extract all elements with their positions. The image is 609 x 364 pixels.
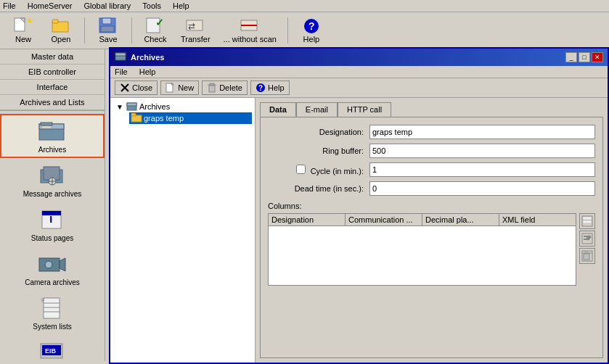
archives-icon [38,118,67,144]
menu-homeserver[interactable]: HomeServer [28,1,73,10]
tree-expand-icon[interactable]: ▼ [115,102,125,112]
new-icon: ★ [13,17,33,35]
tab-bar: Data E-mail HTTP call [260,102,603,117]
modal-help-btn[interactable]: ? Help [250,80,290,95]
open-icon [51,17,71,35]
sidebar-item-master-data[interactable]: Master data [0,49,105,65]
modal-maximize-button[interactable]: □ [579,52,590,62]
svg-rect-64 [585,252,588,253]
main-area: Master data EIB controller Interface Arc… [0,49,609,361]
delete-row-icon [581,250,593,262]
check-button[interactable]: ✓ Check [138,15,173,46]
svg-rect-45 [209,86,215,92]
tree-child-label: graps temp [144,114,184,123]
without-scan-button[interactable]: ... without scan [218,15,282,46]
delete-column-button[interactable] [579,248,595,264]
system-lists-label: System lists [33,323,71,331]
modal-close-button[interactable]: ✕ [592,52,603,62]
sidebar-nav-status-pages[interactable]: i Status pages [0,202,105,247]
transfer-icon: ⇄ [185,17,205,35]
menu-help[interactable]: Help [173,1,189,10]
sidebar-menu: Master data EIB controller Interface Arc… [0,49,105,111]
new-document-icon [165,83,176,93]
svg-rect-62 [584,254,589,260]
ring-buffer-input[interactable] [369,144,595,158]
edit-column-button[interactable] [579,231,595,247]
open-button[interactable]: Open [44,15,78,46]
dead-time-label: Dead time (in sec.): [268,184,369,193]
menu-global-library[interactable]: Global library [83,1,131,10]
columns-label: Columns: [268,202,595,210]
modal-titlebar: Archives _ □ ✕ [110,49,608,66]
form-row-ring-buffer: Ring buffer: [268,144,595,158]
modal-new-btn[interactable]: New [160,80,199,95]
dead-time-input[interactable] [369,181,595,196]
tree-child-item[interactable]: graps temp [129,112,252,124]
form-row-dead-time: Dead time (in sec.): [268,181,595,196]
ring-buffer-label: Ring buffer: [268,146,369,155]
columns-section: Columns: Designation Communication ... D… [268,202,595,286]
tab-content-data: Designation: Ring buffer: Cycl [260,117,603,358]
sidebar-item-interface[interactable]: Interface [0,80,105,95]
svg-text:?: ? [258,84,263,92]
tab-email[interactable]: E-mail [296,102,338,117]
sidebar-nav-message-archives[interactable]: Message archives [0,158,105,202]
svg-text:μ: μ [41,297,45,302]
modal-delete-btn[interactable]: Delete [202,80,248,95]
svg-rect-6 [102,18,111,24]
col-header-row: Designation Communication ... Decimal pl… [269,214,576,226]
new-button[interactable]: ★ New [6,15,41,46]
sidebar-item-archives-lists[interactable]: Archives and Lists [0,95,105,110]
help-button[interactable]: ? Help [294,15,329,46]
help-circle-icon: ? [256,83,266,93]
toolbar: ★ New Open Save ✓ [0,12,609,49]
help-icon: ? [301,17,322,35]
transfer-button[interactable]: ⇄ Transfer [176,15,216,46]
modal-menu-file[interactable]: File [115,67,128,76]
cycle-input[interactable] [369,162,595,177]
tab-data[interactable]: Data [260,102,296,117]
scan-icon [240,17,260,35]
cycle-checkbox[interactable] [296,165,306,174]
columns-table: Designation Communication ... Decimal pl… [268,213,576,286]
separator-1 [84,17,85,44]
tree-root-item[interactable]: ▼ Archives [113,101,252,112]
modal-overlay: Archives _ □ ✕ File Help [109,47,609,364]
svg-marker-30 [60,258,65,271]
edit-icon [581,233,593,244]
modal-title: Archives [115,51,164,64]
sidebar-nav-archives[interactable]: Archives [0,114,105,158]
menu-file[interactable]: File [3,1,16,10]
separator-2 [131,17,132,44]
designation-input[interactable] [369,125,595,139]
svg-rect-19 [41,123,52,125]
add-column-button[interactable] [579,213,595,229]
svg-point-29 [45,261,52,268]
add-icon [581,215,593,227]
modal-menu-help[interactable]: Help [139,67,156,76]
modal-title-icon [115,51,126,64]
col-header-decimal: Decimal pla... [422,214,499,226]
sidebar-nav-eib-monitor[interactable]: EIB EIB monitor [0,335,105,361]
menu-tools[interactable]: Tools [142,1,161,10]
col-header-designation: Designation [269,214,346,226]
modal-controls: _ □ ✕ [565,52,603,62]
svg-rect-55 [583,217,592,220]
tab-http-call[interactable]: HTTP call [338,102,391,117]
modal-minimize-button[interactable]: _ [565,52,577,62]
right-panel: Data E-mail HTTP call Designation: [256,98,608,363]
camera-archives-icon [38,251,67,277]
save-icon [98,17,118,35]
close-icon [120,83,130,93]
eib-monitor-icon: EIB [38,339,67,361]
svg-text:✓: ✓ [155,17,164,28]
save-button[interactable]: Save [91,15,126,46]
sidebar-nav-camera-archives[interactable]: Camera archives [0,247,105,291]
modal-close-btn[interactable]: Close [115,80,158,95]
sidebar-nav-system-lists[interactable]: μ System lists [0,291,105,335]
sidebar-nav: Archives Message archives [0,111,105,361]
svg-text:★: ★ [26,17,33,25]
svg-rect-51 [127,103,136,106]
svg-text:⇄: ⇄ [188,21,195,31]
sidebar-item-eib-controller[interactable]: EIB controller [0,65,105,80]
